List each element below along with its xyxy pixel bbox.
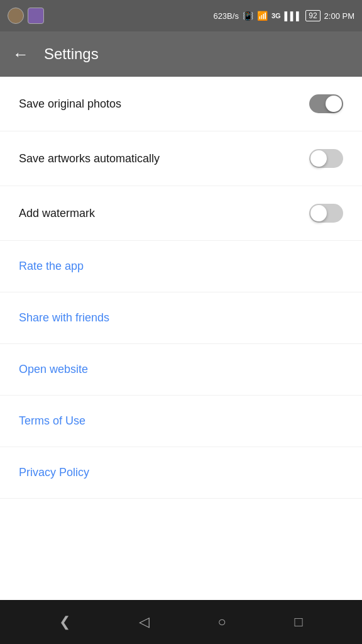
status-bar-right: 623B/s 📳 📶 3G ▌▌▌ 92 2:00 PM <box>213 10 354 21</box>
link-row-open-website[interactable]: Open website <box>0 344 362 396</box>
toggle-thumb <box>310 205 327 221</box>
setting-row-save-original-photos: Save original photos <box>0 77 362 131</box>
link-label-terms-of-use: Terms of Use <box>19 414 85 428</box>
status-bar-left <box>8 8 44 24</box>
page-title: Settings <box>44 45 99 63</box>
link-label-privacy-policy: Privacy Policy <box>19 466 89 479</box>
nav-home-button[interactable]: ○ <box>217 614 226 630</box>
link-label-share-with-friends: Share with friends <box>19 311 109 325</box>
toolbar: ← Settings <box>0 31 362 77</box>
app-icon-2 <box>28 8 44 24</box>
signal-icon: ▌▌▌ <box>285 11 302 21</box>
toggle-thumb <box>310 150 327 167</box>
toggle-save-original-photos[interactable] <box>309 94 343 113</box>
nav-recents-button[interactable]: □ <box>294 614 302 630</box>
navigation-bar: ❮ ◁ ○ □ <box>0 600 362 644</box>
app-icon-1 <box>8 8 24 24</box>
setting-label-save-artworks: Save artworks automatically <box>19 152 160 165</box>
vibrate-icon: 📳 <box>243 11 253 21</box>
setting-label-save-original-photos: Save original photos <box>19 97 121 111</box>
link-label-open-website: Open website <box>19 363 88 376</box>
wifi-icon: 📶 <box>257 11 268 21</box>
link-row-terms-of-use[interactable]: Terms of Use <box>0 396 362 447</box>
link-row-privacy-policy[interactable]: Privacy Policy <box>0 447 362 499</box>
toggle-add-watermark[interactable] <box>309 204 343 223</box>
toggle-thumb <box>326 96 342 112</box>
setting-label-add-watermark: Add watermark <box>19 207 95 220</box>
back-button[interactable]: ← <box>13 45 29 64</box>
settings-content: Save original photos Save artworks autom… <box>0 77 362 499</box>
setting-row-add-watermark: Add watermark <box>0 186 362 241</box>
nav-back-button[interactable]: ◁ <box>139 614 150 630</box>
link-row-share-with-friends[interactable]: Share with friends <box>0 292 362 344</box>
network-type: 3G <box>272 12 281 19</box>
link-label-rate-the-app: Rate the app <box>19 260 84 273</box>
time: 2:00 PM <box>324 11 354 21</box>
setting-row-save-artworks: Save artworks automatically <box>0 131 362 186</box>
network-speed: 623B/s <box>213 11 238 21</box>
nav-chevron-button[interactable]: ❮ <box>59 614 70 630</box>
link-row-rate-the-app[interactable]: Rate the app <box>0 241 362 292</box>
toggle-save-artworks[interactable] <box>309 149 343 168</box>
status-bar: 623B/s 📳 📶 3G ▌▌▌ 92 2:00 PM <box>0 0 362 31</box>
battery-indicator: 92 <box>305 10 320 21</box>
